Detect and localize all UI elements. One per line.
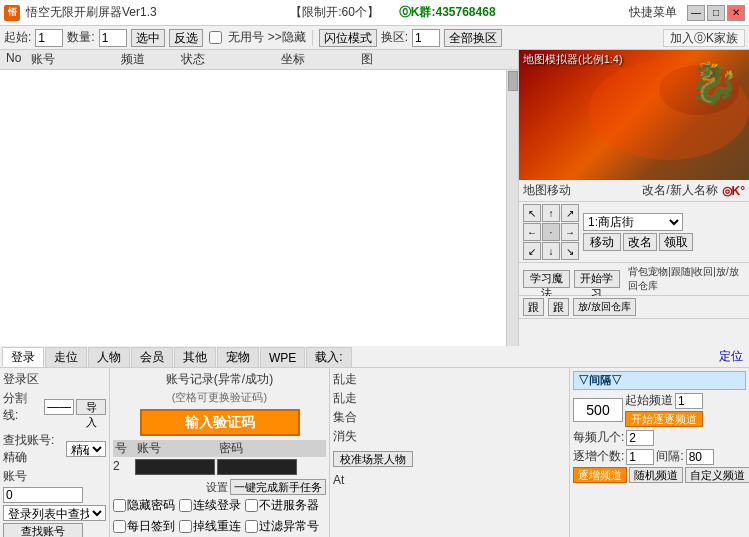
- warehouse-button[interactable]: 放/放回仓库: [573, 298, 636, 316]
- continuous-login-label: 连续登录: [193, 497, 241, 514]
- tab-walk[interactable]: 走位: [45, 347, 87, 367]
- account-input[interactable]: [3, 487, 83, 503]
- table-area: No 账号 频道 状态 坐标 图: [0, 50, 519, 346]
- switch-input[interactable]: [412, 29, 440, 47]
- arrow-sw[interactable]: ↙: [523, 242, 541, 260]
- settings-label-row: 设置: [113, 480, 228, 495]
- at-row: At: [333, 473, 566, 487]
- hide-label[interactable]: >>隐藏: [268, 29, 306, 46]
- daily-login-checkbox[interactable]: [113, 520, 126, 533]
- arrow-w[interactable]: ←: [523, 223, 541, 241]
- arrow-e[interactable]: →: [561, 223, 579, 241]
- filter-checkbox[interactable]: [245, 520, 258, 533]
- oneclick-button[interactable]: 一键完成新手任务: [230, 479, 326, 495]
- arrow-nw[interactable]: ↖: [523, 204, 541, 222]
- minimize-button[interactable]: —: [687, 5, 705, 21]
- title-left: 悟 悟空无限开刷屏器Ver1.3: [4, 4, 157, 21]
- each-input[interactable]: [626, 430, 654, 446]
- scene-calibrate-button[interactable]: 校准场景人物: [333, 451, 413, 467]
- interval-num-input[interactable]: [686, 449, 714, 465]
- find-account-button[interactable]: 查找账号: [3, 523, 83, 537]
- checkboxes-area: 隐藏密码 连续登录 不进服务器 每日签到 掉线重连 过滤异常号: [113, 497, 326, 535]
- select-button[interactable]: 选中: [131, 29, 165, 47]
- maximize-button[interactable]: □: [707, 5, 725, 21]
- start-ch-row: 起始频道: [625, 392, 703, 409]
- location-select[interactable]: 1:商店街: [583, 213, 683, 231]
- import-button[interactable]: 导入: [76, 399, 106, 415]
- main-area: No 账号 频道 状态 坐标 图 地图模拟器(比例1:4) 🐉 地图移动: [0, 50, 749, 346]
- account-id-1[interactable]: [135, 459, 215, 475]
- scramble-freq-button[interactable]: 逐增频道: [573, 467, 627, 483]
- tabs-row: 登录 走位 人物 会员 其他 宠物 WPE 载入: 定位: [0, 346, 749, 368]
- map-bg: [519, 50, 749, 180]
- add-kf-button[interactable]: 加入⓪K家族: [663, 29, 745, 47]
- arrow-center: ·: [542, 223, 560, 241]
- move-button[interactable]: 移动: [583, 233, 621, 251]
- start-ch-input[interactable]: [675, 393, 703, 409]
- arrow-n[interactable]: ↑: [542, 204, 560, 222]
- map-move-label: 地图移动: [523, 182, 571, 199]
- th-coord: 坐标: [277, 51, 357, 68]
- th-status: 状态: [177, 51, 277, 68]
- tab-wpe[interactable]: WPE: [260, 347, 305, 367]
- arrow-grid: ↖ ↑ ↗ ← · → ↙ ↓ ↘: [523, 204, 579, 260]
- tab-pet[interactable]: 宠物: [217, 347, 259, 367]
- arrow-se[interactable]: ↘: [561, 242, 579, 260]
- start-channel-button[interactable]: 开始逐逐频道: [625, 411, 703, 427]
- map-controls-row2: ↖ ↑ ↗ ← · → ↙ ↓ ↘ 1:商店街 移动 改名 领: [519, 202, 749, 263]
- count-input[interactable]: [99, 29, 127, 47]
- login-zone-label: 登录区: [3, 371, 106, 388]
- th-map: 图: [357, 51, 397, 68]
- account-pw-1[interactable]: [217, 459, 297, 475]
- skill-learn-button[interactable]: 学习魔法: [523, 270, 570, 288]
- dismiss-label: 消失: [333, 428, 357, 445]
- find-type-select[interactable]: 精确: [66, 441, 106, 457]
- no-server-checkbox[interactable]: [245, 499, 258, 512]
- vertical-scrollbar[interactable]: [506, 70, 518, 346]
- each-row: 每频几个:: [573, 429, 746, 446]
- reconnect-row: 掉线重连: [179, 518, 241, 535]
- deselect-button[interactable]: 反选: [169, 29, 203, 47]
- th-num: 号: [113, 440, 133, 457]
- tab-member[interactable]: 会员: [131, 347, 173, 367]
- back-button[interactable]: 跟: [548, 298, 569, 316]
- increase-input[interactable]: [626, 449, 654, 465]
- quickmenu-label[interactable]: 快捷菜单: [629, 4, 677, 21]
- random-freq-button[interactable]: 随机频道: [629, 467, 683, 483]
- arrow-ne[interactable]: ↗: [561, 204, 579, 222]
- list-select[interactable]: 登录列表中查找: [3, 505, 106, 521]
- toolbar: 起始: 数量: 选中 反选 无用号 >>隐藏 闪位模式 换区: 全部换区 加入⓪…: [0, 26, 749, 50]
- count-label: 数量:: [67, 29, 94, 46]
- skill-start-button[interactable]: 开始学习: [574, 270, 621, 288]
- tab-load[interactable]: 载入:: [306, 347, 351, 367]
- map-preview: 地图模拟器(比例1:4) 🐉: [519, 50, 749, 180]
- hide-pw-checkbox[interactable]: [113, 499, 126, 512]
- interval-val-input[interactable]: [573, 398, 623, 422]
- continuous-login-checkbox[interactable]: [179, 499, 192, 512]
- close-button[interactable]: ✕: [727, 5, 745, 21]
- start-input[interactable]: [35, 29, 63, 47]
- arrow-s[interactable]: ↓: [542, 242, 560, 260]
- th-channel: 频道: [117, 51, 177, 68]
- receive-button[interactable]: 领取: [659, 233, 693, 251]
- useless-checkbox[interactable]: [209, 31, 222, 44]
- split-input[interactable]: [44, 399, 74, 415]
- scramble-btns-row: 逐增频道 随机频道 自定义频道: [573, 467, 746, 483]
- filter-row: 过滤异常号: [245, 518, 319, 535]
- rename-button[interactable]: 改名: [623, 233, 657, 251]
- custom-freq-button[interactable]: 自定义频道: [685, 467, 749, 483]
- table-header: No 账号 频道 状态 坐标 图: [0, 50, 518, 70]
- all-area-button[interactable]: 全部换区: [444, 29, 502, 47]
- captcha-button[interactable]: 输入验证码: [140, 409, 300, 436]
- tab-other[interactable]: 其他: [174, 347, 216, 367]
- title-center: 【限制开:60个】 ⓪K群:435768468: [290, 4, 495, 21]
- tab-character[interactable]: 人物: [88, 347, 130, 367]
- skill-row: 学习魔法 开始学习 背包宠物|跟随|收回|放/放回仓库: [519, 263, 749, 296]
- scrollbar-thumb[interactable]: [508, 71, 518, 91]
- locate-link[interactable]: 定位: [715, 346, 747, 367]
- flash-mode-button[interactable]: 闪位模式: [319, 29, 377, 47]
- account-panel: 账号记录(异常/成功) (空格可更换验证码) 输入验证码 号 账号 密码 2 设…: [110, 368, 330, 537]
- follow-button[interactable]: 跟: [523, 298, 544, 316]
- reconnect-checkbox[interactable]: [179, 520, 192, 533]
- tab-login[interactable]: 登录: [2, 347, 44, 367]
